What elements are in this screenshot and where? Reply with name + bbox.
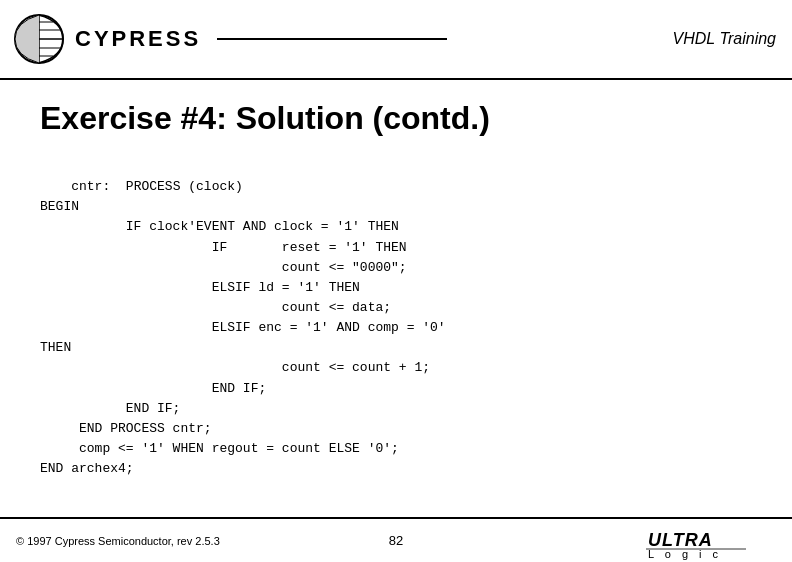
cypress-icon [12,12,67,67]
footer: © 1997 Cypress Semiconductor, rev 2.5.3 … [0,517,792,562]
code-text: cntr: PROCESS (clock) BEGIN IF clock'EVE… [40,179,446,476]
header-title: VHDL Training [673,30,776,48]
main-content: Exercise #4: Solution (contd.) cntr: PRO… [0,80,792,509]
logo-divider-line [217,38,447,40]
ultra-logic-logo: ULTRA L o g i c [646,522,776,560]
svg-text:L o g i c: L o g i c [648,548,722,560]
logo-area: CYPRESS [12,12,447,67]
cypress-brand: CYPRESS [75,26,201,52]
footer-page-number: 82 [389,533,403,548]
page-title: Exercise #4: Solution (contd.) [40,100,752,137]
svg-text:ULTRA: ULTRA [648,530,713,550]
header: CYPRESS VHDL Training [0,0,792,80]
footer-copyright: © 1997 Cypress Semiconductor, rev 2.5.3 [16,535,220,547]
code-block: cntr: PROCESS (clock) BEGIN IF clock'EVE… [40,157,752,499]
cypress-text-label: CYPRESS [75,26,201,52]
ultra-logic-svg: ULTRA L o g i c [646,522,776,560]
